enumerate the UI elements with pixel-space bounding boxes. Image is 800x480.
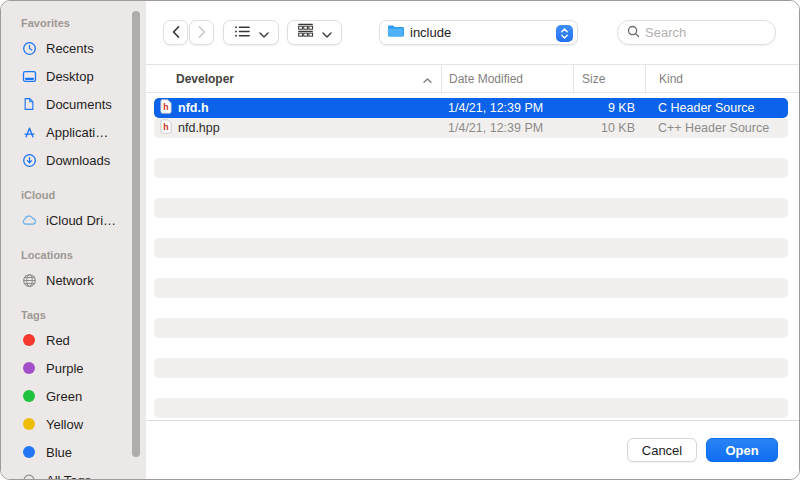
empty-row-stripe: [154, 198, 788, 218]
chevron-down-icon: [322, 24, 332, 42]
column-header-label: Date Modified: [449, 72, 523, 86]
app-store-icon: [21, 125, 37, 140]
folder-icon: [387, 24, 404, 42]
tag-dot-yellow-icon: [23, 418, 35, 430]
file-row-nfd-h[interactable]: h nfd.h 1/4/21, 12:39 PM 9 KB C Header S…: [154, 98, 788, 118]
sidebar-item-all-tags[interactable]: All Tags: [1, 466, 146, 479]
globe-icon: [21, 273, 37, 288]
sidebar-scrollbar-thumb[interactable]: [132, 11, 140, 457]
file-name: nfd.hpp: [178, 121, 220, 135]
sidebar-item-applications[interactable]: Applicati…: [1, 118, 146, 146]
column-header-size[interactable]: Size: [573, 65, 645, 92]
search-input[interactable]: [645, 25, 767, 40]
column-header-date-modified[interactable]: Date Modified: [441, 65, 573, 92]
sidebar-item-label: iCloud Dri…: [46, 213, 116, 228]
location-popup-button[interactable]: include: [379, 20, 578, 45]
all-tags-icon: [21, 473, 37, 479]
section-title-favorites: Favorites: [21, 16, 146, 30]
desktop-icon: [21, 69, 37, 84]
section-title-locations: Locations: [21, 248, 146, 262]
sidebar-section-favorites: Favorites Recents Desktop Documents: [1, 16, 146, 174]
list-column-header: Developer Date Modified Size Kind: [146, 64, 799, 93]
file-kind: C Header Source: [645, 101, 788, 115]
sidebar-item-label: Desktop: [46, 69, 94, 84]
toolbar: include: [146, 1, 799, 64]
file-date-modified: 1/4/21, 12:39 PM: [441, 101, 573, 115]
column-header-name[interactable]: Developer: [146, 65, 441, 92]
tag-dot-blue-icon: [23, 446, 35, 458]
forward-button[interactable]: [189, 20, 214, 45]
tag-dot-purple-icon: [23, 362, 35, 374]
sidebar-item-tag-blue[interactable]: Blue: [1, 438, 146, 466]
list-view-icon: [234, 24, 251, 42]
empty-row-stripe: [154, 278, 788, 298]
file-kind: C++ Header Source: [645, 121, 788, 135]
tag-dot-red-icon: [23, 334, 35, 346]
cpp-header-file-icon: h: [160, 119, 172, 137]
open-file-dialog: Favorites Recents Desktop Documents: [0, 0, 800, 480]
sidebar-item-label: Yellow: [46, 417, 83, 432]
column-header-label: Developer: [176, 72, 234, 86]
back-button[interactable]: [163, 20, 188, 45]
chevron-right-icon: [198, 24, 206, 42]
clock-icon: [21, 41, 37, 56]
empty-row-stripe: [154, 258, 788, 278]
sidebar-item-label: Green: [46, 389, 82, 404]
empty-row-stripes: [146, 138, 799, 418]
file-size: 9 KB: [573, 101, 645, 115]
sidebar-item-tag-yellow[interactable]: Yellow: [1, 410, 146, 438]
document-icon: [21, 97, 37, 111]
cloud-icon: [21, 214, 37, 226]
column-header-kind[interactable]: Kind: [645, 65, 799, 92]
open-button[interactable]: Open: [706, 438, 778, 462]
file-date-modified: 1/4/21, 12:39 PM: [441, 121, 573, 135]
sidebar-section-locations: Locations Network: [1, 248, 146, 294]
cancel-button[interactable]: Cancel: [627, 438, 697, 462]
view-mode-list-dropdown[interactable]: [223, 20, 279, 45]
download-circle-icon: [21, 153, 37, 168]
sidebar-item-label: All Tags: [46, 473, 91, 480]
sidebar-item-tag-purple[interactable]: Purple: [1, 354, 146, 382]
column-header-label: Kind: [659, 72, 683, 86]
sidebar-item-tag-red[interactable]: Red: [1, 326, 146, 354]
empty-row-stripe: [154, 398, 788, 418]
empty-row-stripe: [154, 318, 788, 338]
empty-row-stripe: [154, 238, 788, 258]
chevron-left-icon: [172, 24, 180, 42]
group-by-dropdown[interactable]: [287, 20, 342, 45]
sidebar-item-network[interactable]: Network: [1, 266, 146, 294]
sidebar-item-desktop[interactable]: Desktop: [1, 62, 146, 90]
file-name: nfd.h: [178, 101, 209, 115]
location-popup-label: include: [410, 25, 451, 40]
chevron-down-icon: [259, 24, 269, 42]
file-list: h nfd.h 1/4/21, 12:39 PM 9 KB C Header S…: [146, 93, 799, 420]
dialog-footer: Cancel Open: [146, 420, 799, 479]
popup-stepper-icon: [556, 25, 573, 42]
c-header-file-icon: h: [160, 99, 172, 117]
sidebar-item-label: Documents: [46, 97, 112, 112]
file-size: 10 KB: [573, 121, 645, 135]
sidebar-item-label: Recents: [46, 41, 94, 56]
sidebar-item-downloads[interactable]: Downloads: [1, 146, 146, 174]
tag-dot-green-icon: [23, 390, 35, 402]
file-row-nfd-hpp[interactable]: h nfd.hpp 1/4/21, 12:39 PM 10 KB C++ Hea…: [154, 118, 788, 138]
grouping-icon: [297, 23, 314, 42]
sidebar-item-icloud-drive[interactable]: iCloud Dri…: [1, 206, 146, 234]
sidebar: Favorites Recents Desktop Documents: [1, 1, 146, 479]
section-title-tags: Tags: [21, 308, 146, 322]
sidebar-section-tags: Tags Red Purple Green Yellow Blue: [1, 308, 146, 479]
empty-row-stripe: [154, 298, 788, 318]
empty-row-stripe: [154, 178, 788, 198]
sidebar-item-label: Downloads: [46, 153, 110, 168]
svg-text:h: h: [163, 122, 168, 132]
section-title-icloud: iCloud: [21, 188, 146, 202]
svg-text:h: h: [163, 102, 168, 112]
empty-row-stripe: [154, 358, 788, 378]
empty-row-stripe: [154, 138, 788, 158]
sidebar-item-tag-green[interactable]: Green: [1, 382, 146, 410]
sidebar-item-recents[interactable]: Recents: [1, 34, 146, 62]
empty-row-stripe: [154, 378, 788, 398]
search-field[interactable]: [617, 20, 776, 45]
sidebar-item-documents[interactable]: Documents: [1, 90, 146, 118]
sidebar-item-label: Applicati…: [46, 125, 108, 140]
